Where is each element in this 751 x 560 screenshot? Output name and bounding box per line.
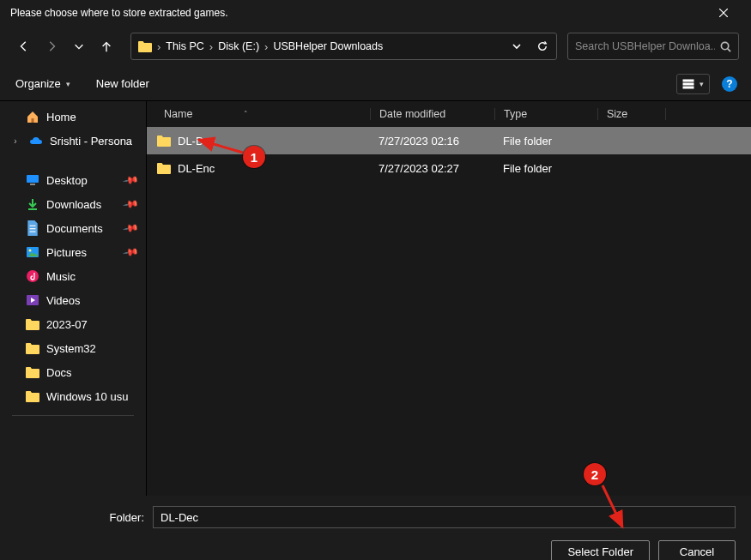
refresh-button[interactable]: [532, 36, 553, 57]
search-input[interactable]: [575, 40, 715, 52]
column-type[interactable]: Type: [494, 108, 597, 120]
sidebar-item-label: Desktop: [46, 174, 88, 187]
desktop-icon: [26, 173, 39, 187]
recent-button[interactable]: [67, 33, 91, 60]
breadcrumb-disk[interactable]: Disk (E:): [218, 40, 259, 52]
sidebar-item-personal[interactable]: › Srishti - Persona: [0, 129, 146, 153]
file-date: 7/27/2023 02:16: [370, 135, 494, 148]
folder-label: Folder:: [15, 511, 144, 524]
column-label: Type: [504, 108, 527, 120]
sidebar-item-label: 2023-07: [46, 318, 88, 331]
file-name: DL-Dec: [178, 135, 215, 148]
address-bar[interactable]: › This PC › Disk (E:) › USBHelper Downlo…: [130, 33, 557, 60]
pin-icon: 📌: [122, 196, 139, 213]
main-area: Home › Srishti - Persona Desktop📌Downloa…: [0, 101, 751, 496]
column-headers: Name˄ Date modified Type Size: [147, 101, 751, 127]
home-icon: [26, 110, 39, 123]
svg-point-3: [721, 42, 728, 49]
svg-rect-7: [683, 87, 693, 88]
file-date: 7/27/2023 02:27: [370, 162, 494, 175]
organize-label: Organize: [15, 77, 61, 90]
pin-icon: 📌: [122, 244, 139, 261]
sort-asc-icon: ˄: [244, 110, 248, 118]
svg-rect-14: [30, 231, 36, 232]
address-dropdown[interactable]: [506, 36, 527, 57]
document-icon: [26, 221, 39, 235]
select-folder-button[interactable]: Select Folder: [551, 540, 650, 560]
search-box[interactable]: [567, 33, 739, 60]
folder-icon: [157, 162, 171, 174]
sidebar-item-label: Videos: [46, 294, 81, 307]
sidebar-item-downloads[interactable]: Downloads📌: [0, 192, 146, 216]
folder-icon: [26, 317, 39, 331]
column-label: Size: [607, 108, 627, 120]
help-button[interactable]: ?: [722, 76, 737, 92]
sidebar-item-system32[interactable]: System32: [0, 336, 146, 360]
column-size[interactable]: Size: [597, 108, 666, 120]
cancel-button[interactable]: Cancel: [658, 540, 736, 560]
sidebar-item-music[interactable]: Music: [0, 264, 146, 288]
nav-row: › This PC › Disk (E:) › USBHelper Downlo…: [0, 26, 751, 67]
chevron-right-icon: ›: [157, 40, 160, 53]
toolbar: Organize▾ New folder ▾ ?: [0, 67, 751, 101]
file-list: Name˄ Date modified Type Size DL-Dec7/27…: [146, 101, 751, 496]
cloud-icon: [29, 134, 43, 148]
column-label: Date modified: [379, 108, 445, 120]
close-button[interactable]: [706, 0, 741, 26]
svg-line-4: [728, 48, 730, 51]
footer: Folder: Select Folder Cancel: [0, 496, 751, 560]
sidebar-item-pictures[interactable]: Pictures📌: [0, 240, 146, 264]
svg-rect-13: [30, 228, 36, 229]
breadcrumb-this-pc[interactable]: This PC: [166, 40, 203, 52]
svg-rect-5: [683, 80, 693, 81]
sidebar-item-desktop[interactable]: Desktop📌: [0, 168, 146, 192]
breadcrumb-folder[interactable]: USBHelper Downloads: [273, 40, 383, 52]
folder-icon: [157, 135, 171, 147]
table-row[interactable]: DL-Enc7/27/2023 02:27File folder: [147, 154, 751, 182]
chevron-right-icon[interactable]: ›: [9, 136, 22, 146]
column-name[interactable]: Name˄: [147, 108, 370, 120]
up-button[interactable]: [94, 33, 118, 60]
pictures-icon: [26, 245, 39, 259]
sidebar-item-2023-07[interactable]: 2023-07: [0, 312, 146, 336]
folder-icon: [138, 39, 152, 53]
organize-button[interactable]: Organize▾: [15, 77, 70, 90]
sidebar-item-label: Docs: [46, 366, 72, 379]
sidebar-item-label: Srishti - Persona: [50, 135, 132, 148]
folder-icon: [26, 341, 39, 355]
new-folder-button[interactable]: New folder: [96, 77, 149, 90]
sidebar-item-label: System32: [46, 342, 96, 355]
column-label: Name: [164, 108, 192, 120]
sidebar-item-documents[interactable]: Documents📌: [0, 216, 146, 240]
chevron-right-icon: ›: [264, 40, 268, 53]
caret-down-icon: ▾: [700, 80, 704, 88]
music-icon: [26, 269, 39, 283]
sidebar-item-videos[interactable]: Videos: [0, 288, 146, 312]
sidebar: Home › Srishti - Persona Desktop📌Downloa…: [0, 101, 146, 496]
search-icon: [720, 41, 731, 52]
sidebar-item-docs[interactable]: Docs: [0, 360, 146, 384]
svg-rect-12: [30, 226, 36, 226]
titlebar: Please choose where to store extracted g…: [0, 0, 751, 26]
sidebar-item-label: Windows 10 usu: [46, 390, 128, 403]
folder-icon: [26, 389, 39, 403]
sidebar-item-windows-10-usu[interactable]: Windows 10 usu: [0, 384, 146, 408]
table-row[interactable]: DL-Dec7/27/2023 02:16File folder: [147, 127, 751, 154]
caret-down-icon: ▾: [66, 80, 70, 88]
sidebar-item-home[interactable]: Home: [0, 105, 146, 129]
folder-input[interactable]: [153, 506, 736, 528]
close-icon: [719, 9, 728, 17]
view-button[interactable]: ▾: [676, 74, 710, 94]
svg-rect-9: [27, 175, 39, 183]
back-button[interactable]: [12, 33, 36, 60]
column-date[interactable]: Date modified: [370, 108, 494, 120]
new-folder-label: New folder: [96, 77, 149, 90]
svg-rect-8: [32, 118, 34, 123]
pin-icon: 📌: [122, 172, 139, 189]
chevron-right-icon: ›: [209, 40, 213, 53]
download-icon: [26, 197, 39, 211]
pin-icon: 📌: [122, 220, 139, 237]
sidebar-item-label: Downloads: [46, 198, 101, 211]
file-name: DL-Enc: [178, 162, 215, 175]
forward-button[interactable]: [39, 33, 64, 60]
